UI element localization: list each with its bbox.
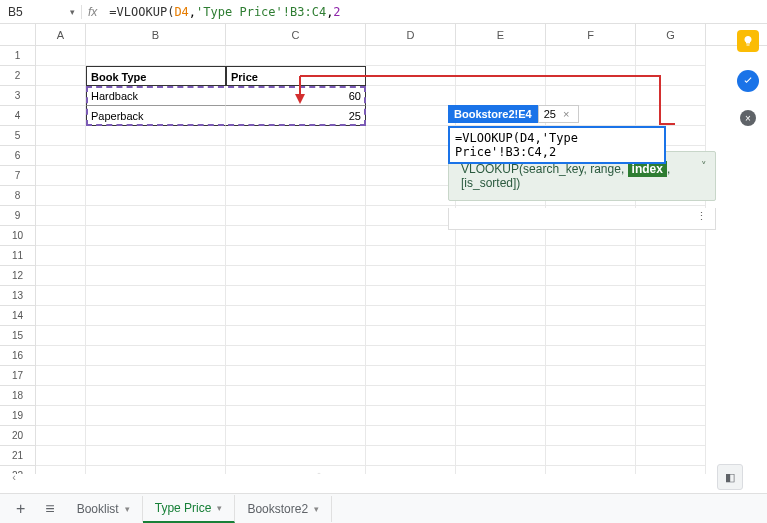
- keep-icon[interactable]: [737, 30, 759, 52]
- cell[interactable]: [546, 246, 636, 266]
- cell[interactable]: [456, 346, 546, 366]
- cell[interactable]: [86, 126, 226, 146]
- cell[interactable]: [546, 286, 636, 306]
- cell[interactable]: [366, 86, 456, 106]
- cell[interactable]: [36, 246, 86, 266]
- cell[interactable]: [456, 386, 546, 406]
- cell[interactable]: [86, 186, 226, 206]
- tab-menu-icon[interactable]: ▾: [125, 504, 130, 514]
- cell[interactable]: Price: [226, 66, 366, 86]
- cell[interactable]: [36, 466, 86, 474]
- cell[interactable]: [366, 186, 456, 206]
- cell[interactable]: [366, 286, 456, 306]
- cell[interactable]: [456, 66, 546, 86]
- cell[interactable]: [546, 366, 636, 386]
- cell[interactable]: [546, 426, 636, 446]
- cell[interactable]: [546, 306, 636, 326]
- row-header[interactable]: 4: [0, 106, 36, 126]
- cell[interactable]: [226, 366, 366, 386]
- cell[interactable]: [366, 386, 456, 406]
- cell[interactable]: [86, 226, 226, 246]
- cell[interactable]: [86, 366, 226, 386]
- cell[interactable]: [366, 166, 456, 186]
- explore-button[interactable]: ◧: [717, 464, 743, 490]
- cell[interactable]: [546, 346, 636, 366]
- cell[interactable]: [226, 386, 366, 406]
- cell[interactable]: [86, 326, 226, 346]
- name-box[interactable]: B5: [4, 3, 64, 21]
- cell[interactable]: [86, 206, 226, 226]
- cell[interactable]: [36, 286, 86, 306]
- cell[interactable]: [636, 366, 706, 386]
- row-header[interactable]: 1: [0, 46, 36, 66]
- cell[interactable]: [456, 306, 546, 326]
- cell[interactable]: [636, 426, 706, 446]
- cell[interactable]: [86, 446, 226, 466]
- cell[interactable]: [86, 46, 226, 66]
- cell[interactable]: [86, 146, 226, 166]
- row-header[interactable]: 21: [0, 446, 36, 466]
- cell[interactable]: [36, 406, 86, 426]
- row-header[interactable]: 19: [0, 406, 36, 426]
- cell[interactable]: [636, 466, 706, 474]
- sheet-tab-booklist[interactable]: Booklist▾: [65, 496, 143, 522]
- cell[interactable]: Hardback: [86, 86, 226, 106]
- cell[interactable]: [226, 406, 366, 426]
- cell[interactable]: [366, 66, 456, 86]
- cell[interactable]: [366, 246, 456, 266]
- spreadsheet-grid[interactable]: A B C D E F G 12Book TypePrice3Hardback6…: [0, 24, 767, 474]
- tasks-icon[interactable]: [737, 70, 759, 92]
- cell[interactable]: Book Type: [86, 66, 226, 86]
- cell[interactable]: [366, 106, 456, 126]
- row-header[interactable]: 12: [0, 266, 36, 286]
- cell[interactable]: [36, 326, 86, 346]
- cell[interactable]: [636, 326, 706, 346]
- row-header[interactable]: 20: [0, 426, 36, 446]
- cell[interactable]: [226, 426, 366, 446]
- cell[interactable]: [546, 466, 636, 474]
- name-box-dropdown-icon[interactable]: ▾: [64, 7, 81, 17]
- cell[interactable]: [36, 46, 86, 66]
- row-header[interactable]: 10: [0, 226, 36, 246]
- cell[interactable]: [36, 86, 86, 106]
- cell[interactable]: [226, 246, 366, 266]
- cell[interactable]: [546, 66, 636, 86]
- row-header[interactable]: 15: [0, 326, 36, 346]
- cell[interactable]: [36, 306, 86, 326]
- cell[interactable]: [226, 286, 366, 306]
- cell[interactable]: [36, 346, 86, 366]
- row-header[interactable]: 3: [0, 86, 36, 106]
- cell[interactable]: [86, 266, 226, 286]
- cell[interactable]: [636, 306, 706, 326]
- col-header-C[interactable]: C: [226, 24, 366, 45]
- cell[interactable]: [636, 246, 706, 266]
- cell[interactable]: [226, 346, 366, 366]
- cell[interactable]: [226, 146, 366, 166]
- cell[interactable]: [226, 226, 366, 246]
- cell[interactable]: [36, 106, 86, 126]
- cell[interactable]: [366, 406, 456, 426]
- cell[interactable]: [86, 386, 226, 406]
- row-header[interactable]: 17: [0, 366, 36, 386]
- all-sheets-button[interactable]: ≡: [35, 500, 64, 518]
- cell[interactable]: [636, 66, 706, 86]
- cell[interactable]: [456, 46, 546, 66]
- cell[interactable]: [636, 406, 706, 426]
- cell[interactable]: [366, 326, 456, 346]
- row-header[interactable]: 14: [0, 306, 36, 326]
- formula-bar-text[interactable]: =VLOOKUP(D4,'Type Price'!B3:C4,2: [103, 5, 346, 19]
- cell[interactable]: [36, 446, 86, 466]
- cell[interactable]: [36, 186, 86, 206]
- sheet-tab-type-price[interactable]: Type Price▾: [143, 495, 236, 523]
- cell[interactable]: [226, 466, 366, 474]
- tab-menu-icon[interactable]: ▾: [314, 504, 319, 514]
- close-side-panel-icon[interactable]: ×: [740, 110, 756, 126]
- cell[interactable]: [86, 306, 226, 326]
- cell[interactable]: [456, 406, 546, 426]
- cell[interactable]: [36, 426, 86, 446]
- col-header-B[interactable]: B: [86, 24, 226, 45]
- cell[interactable]: [456, 326, 546, 346]
- add-sheet-button[interactable]: +: [6, 500, 35, 518]
- row-header[interactable]: 11: [0, 246, 36, 266]
- cell[interactable]: [86, 246, 226, 266]
